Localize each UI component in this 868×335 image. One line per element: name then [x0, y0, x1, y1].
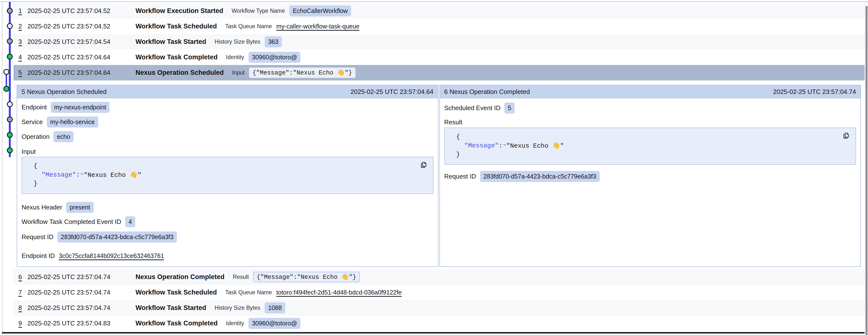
event-detail-json: {"Message":"Nexus Echo 👋"}: [253, 272, 360, 282]
workflow-history-page: 1 2025-02-25 UTC 23:57:04.52 Workflow Ex…: [0, 0, 868, 335]
event-dot-4: [7, 54, 12, 59]
field-endpoint: Endpoint my-nexus-endpoint: [22, 102, 434, 113]
event-id-link[interactable]: 8: [13, 304, 27, 312]
chevron-down-icon[interactable]: [26, 164, 84, 186]
event-name: Workflow Task Scheduled: [135, 23, 217, 30]
panel-header: 6 Nexus Operation Completed 2025-02-25 U…: [440, 85, 861, 99]
event-dot-2: [7, 24, 12, 29]
event-time: 2025-02-25 UTC 23:57:04.54: [27, 38, 135, 46]
event-dot-6: [4, 86, 9, 91]
scrollbar-track[interactable]: [865, 2, 868, 335]
event-name: Nexus Operation Scheduled: [135, 69, 224, 77]
copy-icon[interactable]: [419, 161, 428, 169]
panel-nexus-operation-completed: 6 Nexus Operation Completed 2025-02-25 U…: [439, 85, 861, 267]
event-row[interactable]: 6 2025-02-25 UTC 23:57:04.74 Nexus Opera…: [13, 269, 865, 285]
event-dot-10: [7, 148, 12, 153]
event-detail-group: 5 Nexus Operation Scheduled 2025-02-25 U…: [17, 85, 861, 267]
json-value: "Nexus Echo 👋": [84, 171, 142, 179]
event-time: 2025-02-25 UTC 23:57:04.64: [27, 53, 135, 61]
event-time: 2025-02-25 UTC 23:57:04.74: [27, 304, 135, 312]
field-value-badge: 283fd070-d57a-4423-bdca-c5c779e6a3f3: [480, 171, 600, 182]
panel-nexus-operation-scheduled: 5 Nexus Operation Scheduled 2025-02-25 U…: [17, 85, 438, 267]
field-value-badge: echo: [54, 131, 73, 142]
event-dot-8: [7, 117, 12, 122]
task-queue-link[interactable]: totoro:f494fecf-2d51-4d48-bdcd-036a0f912…: [276, 289, 402, 296]
event-name: Workflow Task Started: [135, 304, 206, 312]
chevron-down-icon[interactable]: [449, 134, 507, 157]
panel-body: Scheduled Event ID 5 Result { "Message":…: [440, 99, 861, 266]
horizontal-scrollbar[interactable]: [2, 332, 865, 334]
event-id-link[interactable]: 9: [13, 319, 27, 327]
event-detail-label: Workflow Type Name: [231, 8, 285, 14]
event-detail-value: 30960@totoro@: [248, 52, 301, 63]
event-detail-value: 363: [265, 36, 282, 47]
event-row[interactable]: 1 2025-02-25 UTC 23:57:04.52 Workflow Ex…: [13, 3, 865, 19]
field-value-badge: my-nexus-endpoint: [51, 102, 110, 113]
field-nexus-header: Nexus Header present: [22, 202, 434, 213]
event-time: 2025-02-25 UTC 23:57:04.52: [27, 23, 135, 30]
event-id-link[interactable]: 3: [13, 38, 27, 46]
event-detail-label: History Size Bytes: [215, 305, 260, 311]
field-scheduled-event-id: Scheduled Event ID 5: [444, 103, 856, 114]
event-list-top: 1 2025-02-25 UTC 23:57:04.52 Workflow Ex…: [13, 3, 865, 80]
field-value-badge: 4: [125, 216, 135, 227]
event-row[interactable]: 3 2025-02-25 UTC 23:57:04.54 Workflow Ta…: [13, 34, 865, 50]
event-detail-json: {"Message":"Nexus Echo 👋"}: [249, 67, 355, 78]
panel-body: Endpoint my-nexus-endpoint Service my-he…: [17, 99, 438, 266]
event-detail-label: History Size Bytes: [215, 38, 260, 45]
event-dot-1: [7, 8, 12, 13]
event-row[interactable]: 9 2025-02-25 UTC 23:57:04.83 Workflow Ta…: [13, 316, 865, 331]
field-service: Service my-hello-service: [22, 116, 434, 128]
result-json-block: { "Message": "Nexus Echo 👋" }: [444, 128, 856, 165]
scrollbar-thumb[interactable]: [866, 6, 868, 335]
event-detail-value: 1088: [265, 302, 285, 313]
event-row[interactable]: 8 2025-02-25 UTC 23:57:04.74 Workflow Ta…: [13, 300, 865, 316]
event-dot-5: [4, 69, 9, 75]
event-detail-label: Input: [232, 69, 245, 76]
event-id-link[interactable]: 7: [13, 289, 27, 296]
event-row[interactable]: 2 2025-02-25 UTC 23:57:04.52 Workflow Ta…: [13, 19, 865, 34]
field-request-id: Request ID 283fd070-d57a-4423-bdca-c5c77…: [22, 231, 434, 243]
event-time: 2025-02-25 UTC 23:57:04.74: [27, 289, 135, 296]
event-id-link[interactable]: 5: [13, 69, 27, 77]
event-detail-label: Identity: [226, 320, 244, 327]
panel-timestamp: 2025-02-25 UTC 23:57:04.64: [350, 88, 433, 96]
event-id-link[interactable]: 2: [13, 23, 27, 30]
task-queue-link[interactable]: my-caller-workflow-task-queue: [276, 23, 360, 30]
panel-title: 5 Nexus Operation Scheduled: [22, 88, 106, 96]
event-name: Nexus Operation Completed: [135, 273, 224, 281]
field-value-badge: present: [66, 202, 93, 213]
event-detail-value: 30960@totoro@: [248, 318, 301, 329]
event-time: 2025-02-25 UTC 23:57:04.64: [27, 69, 135, 77]
top-border: [0, 1, 868, 2]
event-row[interactable]: 7 2025-02-25 UTC 23:57:04.74 Workflow Ta…: [13, 285, 865, 300]
event-id-link[interactable]: 1: [13, 7, 27, 15]
field-workflow-task-completed-event-id: Workflow Task Completed Event ID 4: [22, 216, 434, 227]
json-value: "Nexus Echo 👋": [506, 142, 564, 149]
endpoint-id-link[interactable]: 3c0c75ccfa8144b092c13ce632463761: [59, 252, 164, 259]
field-endpoint-id: Endpoint ID 3c0c75ccfa8144b092c13ce63246…: [22, 252, 434, 260]
event-dot-7: [7, 102, 12, 107]
copy-icon[interactable]: [842, 132, 850, 140]
event-time: 2025-02-25 UTC 23:57:04.74: [27, 273, 135, 281]
panel-title: 6 Nexus Operation Completed: [444, 88, 530, 96]
event-row-selected[interactable]: 5 2025-02-25 UTC 23:57:04.64 Nexus Opera…: [13, 65, 865, 80]
event-time: 2025-02-25 UTC 23:57:04.83: [27, 319, 135, 327]
event-list-bottom: 6 2025-02-25 UTC 23:57:04.74 Nexus Opera…: [13, 269, 865, 331]
event-id-link[interactable]: 6: [13, 273, 27, 281]
event-row[interactable]: 4 2025-02-25 UTC 23:57:04.64 Workflow Ta…: [13, 50, 865, 65]
event-dot-9: [7, 133, 12, 138]
event-id-link[interactable]: 4: [13, 53, 27, 61]
event-detail-label: Result: [233, 274, 249, 280]
field-value-badge: my-hello-service: [47, 116, 98, 128]
event-dot-3: [7, 39, 12, 44]
event-name: Workflow Task Started: [135, 38, 206, 46]
field-operation: Operation echo: [22, 131, 434, 142]
event-time: 2025-02-25 UTC 23:57:04.52: [27, 7, 135, 15]
event-detail-label: Task Queue Name: [225, 23, 272, 30]
field-value-badge: 5: [504, 103, 515, 114]
input-json-block: { "Message": "Nexus Echo 👋" }: [22, 157, 434, 194]
event-name: Workflow Task Completed: [135, 53, 218, 61]
event-name: Workflow Task Completed: [135, 319, 218, 327]
event-detail-label: Identity: [226, 54, 244, 61]
